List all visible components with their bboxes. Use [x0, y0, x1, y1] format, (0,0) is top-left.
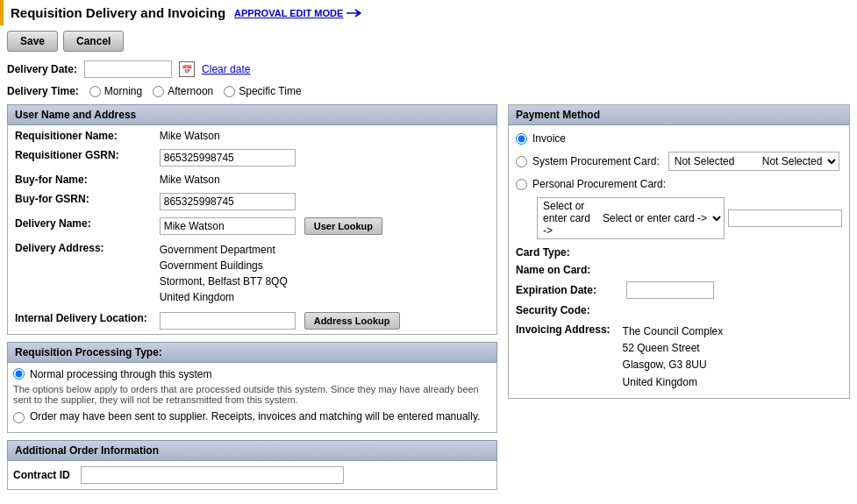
save-button[interactable]: Save: [7, 31, 58, 52]
processing-manual-option: Order may have been sent to supplier. Re…: [13, 410, 491, 423]
processing-description: The options below apply to orders that a…: [13, 384, 491, 405]
delivery-date-label: Delivery Date:: [7, 63, 77, 75]
delivery-date-input[interactable]: [84, 60, 172, 78]
user-address-table: Requisitioner Name: Mike Watson Requisit…: [7, 125, 497, 335]
system-card-dropdown-value: Not Selected: [669, 153, 757, 169]
payment-personal-card-radio[interactable]: [516, 179, 527, 190]
delivery-address-label: Delivery Address:: [10, 239, 153, 308]
delivery-name-label: Delivery Name:: [10, 215, 153, 238]
personal-card-select[interactable]: Select or enter card ->: [597, 209, 724, 227]
page-title: Requisition Delivery and Invoicing: [11, 5, 225, 20]
buy-for-name-label: Buy-for Name:: [10, 171, 153, 188]
buy-for-gsrn-input[interactable]: [160, 193, 296, 210]
security-code-row: Security Code:: [516, 304, 842, 316]
table-row: Internal Delivery Location: Address Look…: [10, 309, 495, 332]
expiration-date-input[interactable]: [626, 281, 714, 299]
table-row: Delivery Name: User Lookup: [10, 215, 495, 238]
payment-invoice-radio[interactable]: [516, 133, 527, 145]
processing-manual-label: Order may have been sent to supplier. Re…: [30, 410, 480, 422]
buy-for-name-value: Mike Watson: [160, 174, 220, 186]
contract-id-label: Contract ID: [13, 469, 70, 481]
additional-section: Additional Order Information Contract ID: [7, 440, 497, 490]
req-name-value: Mike Watson: [160, 130, 220, 142]
personal-card-placeholder: Select or enter card ->: [538, 198, 597, 238]
card-type-row: Card Type:: [516, 246, 842, 259]
delivery-time-row: Delivery Time: Morning Afternoon Specifi…: [0, 82, 857, 101]
toolbar: Save Cancel: [0, 25, 857, 57]
system-card-select[interactable]: Not Selected: [757, 153, 839, 170]
security-code-label: Security Code:: [516, 304, 621, 316]
personal-card-input[interactable]: [728, 209, 842, 227]
payment-invoice-option: Invoice: [516, 132, 842, 145]
name-on-card-label: Name on Card:: [516, 264, 621, 276]
right-panel: Payment Method Invoice System Procuremen…: [508, 104, 850, 490]
invoicing-address-value: The Council Complex52 Queen StreetGlasgo…: [623, 323, 724, 391]
req-gsrn-input[interactable]: [160, 149, 296, 167]
processing-normal-option: Normal processing through this system: [13, 368, 491, 380]
calendar-icon[interactable]: 📅: [179, 61, 195, 77]
payment-invoice-label: Invoice: [532, 132, 566, 145]
invoicing-address-section: Invoicing Address: The Council Complex52…: [516, 323, 842, 391]
table-row: Buy-for GSRN:: [10, 190, 495, 213]
processing-manual-radio[interactable]: [13, 412, 25, 423]
address-lookup-button[interactable]: Address Lookup: [304, 312, 400, 330]
delivery-time-morning[interactable]: Morning: [89, 85, 142, 97]
card-type-label: Card Type:: [516, 246, 621, 259]
payment-sys-card-radio[interactable]: [516, 156, 527, 167]
processing-normal-radio[interactable]: [13, 368, 25, 380]
payment-sys-card-label: System Procurement Card:: [532, 155, 660, 167]
payment-personal-card-option: Personal Procurement Card:: [516, 178, 842, 190]
req-name-label: Requisitioner Name:: [10, 127, 153, 145]
payment-sys-card-option: System Procurement Card: Not Selected No…: [516, 152, 842, 171]
contract-id-input[interactable]: [81, 466, 344, 484]
delivery-address-value: Government DepartmentGovernment Building…: [160, 242, 489, 305]
processing-normal-label: Normal processing through this system: [30, 368, 211, 380]
expiration-date-row: Expiration Date:: [516, 281, 842, 299]
table-row: Buy-for Name: Mike Watson: [10, 171, 495, 188]
buy-for-gsrn-label: Buy-for GSRN:: [10, 190, 153, 213]
delivery-name-input[interactable]: [160, 217, 296, 235]
delivery-time-label: Delivery Time:: [7, 85, 79, 97]
table-row: Requisitioner Name: Mike Watson: [10, 127, 495, 145]
payment-method-header: Payment Method: [509, 105, 849, 125]
payment-personal-card-label: Personal Procurement Card:: [532, 178, 666, 190]
req-gsrn-label: Requisitioner GSRN:: [10, 146, 153, 169]
clear-date-link[interactable]: Clear date: [202, 63, 250, 75]
delivery-date-row: Delivery Date: 📅 Clear date: [0, 57, 857, 82]
processing-section: Requisition Processing Type: Normal proc…: [7, 342, 497, 433]
personal-card-select-row: Select or enter card -> Select or enter …: [537, 197, 842, 239]
table-row: Requisitioner GSRN:: [10, 146, 495, 169]
cancel-button[interactable]: Cancel: [63, 31, 124, 52]
table-row: Delivery Address: Government DepartmentG…: [10, 239, 495, 308]
delivery-time-specific[interactable]: Specific Time: [224, 85, 301, 97]
internal-delivery-input[interactable]: [160, 312, 296, 330]
approval-arrow-icon: [346, 8, 364, 18]
payment-method-panel: Payment Method Invoice System Procuremen…: [508, 104, 850, 399]
expiration-date-label: Expiration Date:: [516, 284, 621, 296]
internal-delivery-label: Internal Delivery Location:: [10, 309, 153, 332]
user-lookup-button[interactable]: User Lookup: [304, 217, 382, 235]
delivery-time-afternoon[interactable]: Afternoon: [153, 85, 213, 97]
left-panel: User Name and Address Requisitioner Name…: [7, 104, 497, 490]
approval-mode-badge: APPROVAL EDIT MODE: [234, 8, 364, 18]
user-address-section-header: User Name and Address: [7, 104, 497, 125]
name-on-card-row: Name on Card:: [516, 264, 842, 276]
invoicing-address-label: Invoicing Address:: [516, 323, 611, 391]
processing-section-header: Requisition Processing Type:: [7, 342, 497, 363]
additional-section-header: Additional Order Information: [7, 440, 497, 461]
